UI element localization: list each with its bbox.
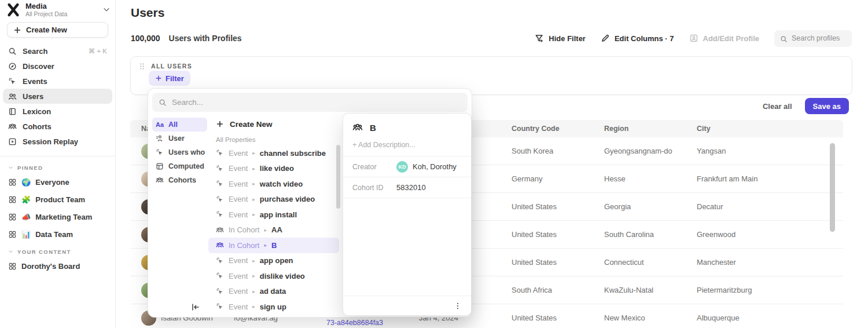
project-switcher[interactable]: Media All Project Data — [0, 1, 115, 17]
your-content-section-header[interactable]: YOUR CONTENT — [0, 246, 115, 257]
sidebar-item[interactable]: Session Replay — [3, 134, 112, 149]
search-profiles-input[interactable] — [792, 34, 846, 42]
project-subtitle: All Project Data — [25, 10, 102, 17]
property-item-icon — [216, 226, 224, 234]
save-as-button[interactable]: Save as — [805, 98, 849, 114]
page-title: Users — [131, 6, 164, 20]
cell-region: New Mexico — [593, 314, 686, 322]
property-item[interactable]: In Cohort ▸ B — [208, 238, 339, 253]
property-prefix: Event — [229, 195, 248, 203]
cohort-detail-popover: B + Add Description... Creator KD Koh, D… — [343, 113, 472, 316]
user-count: 100,000 — [131, 34, 160, 43]
board-icon — [8, 195, 17, 204]
sidebar-item-icon — [8, 107, 17, 116]
board-emoji: 📊 — [21, 231, 31, 238]
property-item-icon — [216, 210, 224, 218]
dropdown-search-box — [152, 93, 468, 112]
property-item[interactable]: Event ▸ like video — [208, 161, 344, 177]
property-item[interactable]: Event ▸ dislike video — [208, 268, 344, 284]
edit-columns-button[interactable]: Edit Columns · 7 — [601, 34, 674, 43]
cell-region: KwaZulu-Natal — [593, 286, 686, 294]
property-item[interactable]: Event ▸ sign up — [208, 299, 344, 315]
pinned-section-header[interactable]: PINNED — [0, 162, 115, 173]
property-item[interactable]: Event ▸ purchase video — [208, 192, 344, 207]
caret-separator: ▸ — [252, 258, 255, 264]
more-options-icon[interactable] — [454, 302, 462, 310]
column-header[interactable]: City — [686, 125, 843, 133]
property-item[interactable]: Event ▸ watch video — [208, 176, 344, 192]
caret-separator: ▸ — [252, 166, 255, 172]
sidebar-item[interactable]: Cohorts — [3, 119, 112, 134]
table-scrollbar[interactable] — [830, 143, 835, 232]
category-item[interactable]: Aa All — [152, 118, 207, 132]
cell-region: South Carolina — [593, 230, 686, 239]
category-item[interactable]: User — [152, 132, 207, 145]
collapse-sidebar-icon[interactable] — [191, 303, 200, 312]
property-prefix: Event — [229, 287, 248, 296]
property-name: like video — [260, 164, 294, 173]
board-icon — [8, 178, 17, 187]
board-icon — [8, 230, 17, 239]
user-count-summary: 100,000 Users with Profiles — [131, 34, 242, 43]
property-item[interactable]: Event ▸ app install — [208, 207, 344, 223]
property-name: app install — [260, 210, 297, 219]
chevron-down-icon[interactable] — [102, 6, 111, 14]
clear-all-button[interactable]: Clear all — [763, 102, 792, 111]
pinned-board-item[interactable]: 🧩 Product Team — [3, 191, 112, 208]
sidebar-item-label: Search — [23, 47, 47, 56]
category-item[interactable]: Users who di... — [152, 145, 207, 159]
category-label: User — [168, 134, 185, 143]
keyboard-shortcut: ⌘ + K — [89, 47, 107, 55]
property-item[interactable]: Event ▸ ad data — [208, 284, 344, 300]
divider — [0, 156, 115, 156]
sidebar-item[interactable]: Discover — [3, 59, 112, 74]
cohort-icon — [352, 122, 363, 133]
cell-region: Georgia — [593, 202, 686, 211]
property-prefix: In Cohort — [229, 225, 259, 234]
dropdown-scrollbar[interactable] — [336, 145, 340, 209]
caret-separator: ▸ — [252, 181, 255, 187]
user-board-item[interactable]: Dorothy's Board — [3, 257, 112, 275]
category-item[interactable]: Cohorts — [152, 173, 207, 187]
column-header[interactable]: Region — [593, 125, 686, 133]
sidebar-item-icon — [8, 122, 17, 131]
cell-city: Yangsan — [686, 147, 843, 155]
property-section-label: All Properties — [208, 133, 344, 145]
dropdown-create-new-button[interactable]: Create New — [208, 115, 344, 133]
sidebar-item[interactable]: Lexicon — [3, 104, 112, 119]
sidebar-item[interactable]: Events — [3, 74, 112, 89]
your-content-boards: Dorothy's Board — [0, 257, 115, 275]
dropdown-search-input[interactable] — [172, 98, 461, 107]
property-item-icon — [216, 165, 224, 173]
sidebar-item[interactable]: Users — [3, 89, 112, 104]
plus-icon — [216, 120, 224, 128]
add-filter-button[interactable]: Filter — [149, 71, 190, 86]
property-item[interactable]: Event ▸ channel subscribe — [208, 145, 344, 161]
caret-separator: ▸ — [252, 289, 255, 294]
property-item[interactable]: In Cohort ▸ AA — [208, 223, 344, 238]
property-item-icon — [216, 257, 224, 265]
pinned-board-item[interactable]: 🌍 Everyone — [3, 173, 112, 191]
property-item[interactable]: Event ▸ app open — [208, 253, 344, 269]
category-label: Cohorts — [168, 176, 196, 184]
sidebar-item-label: Discover — [23, 62, 54, 71]
create-new-label: Create New — [26, 25, 67, 34]
chevron-down-icon — [8, 165, 13, 170]
hide-filter-button[interactable]: Hide Filter — [535, 34, 586, 43]
sidebar-item-icon — [8, 47, 17, 56]
funnel-icon — [535, 34, 544, 43]
property-categories: Aa All User Users who di... — [148, 114, 208, 317]
board-label: Dorothy's Board — [21, 262, 80, 271]
main-content: Users 100,000 Users with Profiles Hide F… — [116, 0, 868, 328]
column-header[interactable]: Country Code — [501, 125, 593, 133]
add-description-button[interactable]: + Add Description... — [343, 137, 471, 156]
drag-handle-icon[interactable] — [138, 62, 146, 70]
create-new-button[interactable]: Create New — [7, 22, 108, 38]
pinned-board-item[interactable]: 📣 Marketing Team — [3, 208, 112, 225]
pinned-board-item[interactable]: 📊 Data Team — [3, 225, 112, 243]
add-edit-profile-button[interactable]: Add/Edit Profile — [689, 34, 760, 43]
cell-region: Hesse — [593, 174, 686, 183]
category-item[interactable]: Computed — [152, 159, 207, 173]
sidebar-item[interactable]: Search ⌘ + K — [3, 43, 112, 59]
cell-country-code: South Africa — [501, 286, 593, 294]
